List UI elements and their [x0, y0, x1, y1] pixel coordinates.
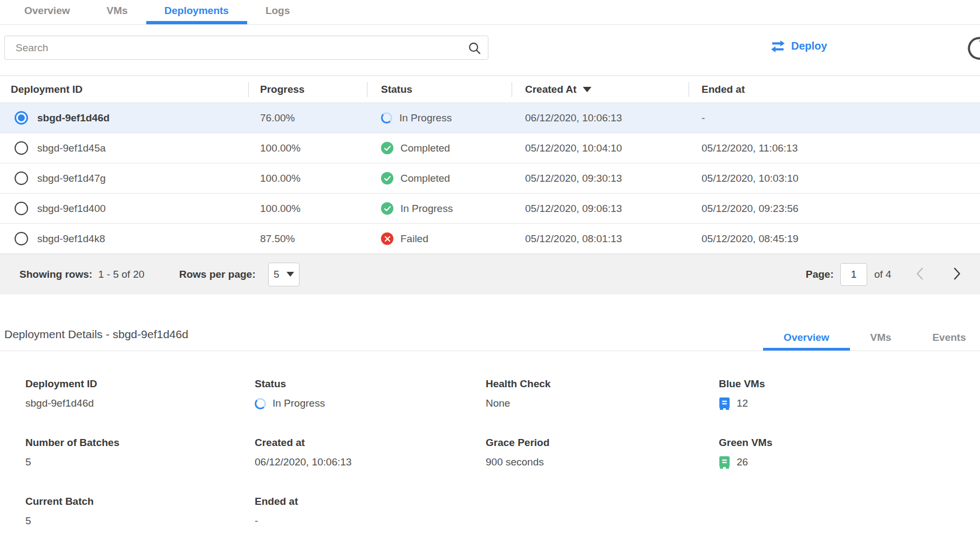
details-tab-bar: Overview VMs Events [763, 327, 980, 351]
field-value: - [255, 515, 486, 527]
field-health-check: Health Check None [486, 378, 719, 410]
row-radio[interactable] [15, 202, 28, 215]
field-label: Current Batch [25, 496, 255, 507]
rows-per-page-label: Rows per page: [179, 269, 255, 280]
deployments-table: Deployment ID Progress Status Created At… [0, 76, 980, 294]
progress-cell: 100.00% [248, 142, 367, 154]
swap-arrows-icon [771, 40, 785, 52]
showing-rows-label: Showing rows: [19, 269, 92, 280]
table-row[interactable]: sbgd-9ef1d400 100.00% In Progress 05/12/… [0, 193, 980, 223]
field-label: Grace Period [486, 437, 719, 449]
top-tab-bar: Overview VMs Deployments Logs [0, 0, 980, 25]
completed-check-icon [381, 142, 393, 154]
field-value: In Progress [273, 397, 325, 409]
table-row[interactable]: sbgd-9ef1d4k8 87.50% Failed 05/12/2020, … [0, 223, 980, 253]
field-deployment-id: Deployment ID sbgd-9ef1d46d [25, 378, 255, 410]
field-label: Health Check [486, 378, 719, 390]
field-label: Deployment ID [25, 378, 255, 390]
page-label: Page: [806, 269, 834, 280]
field-value: 06/12/2020, 10:06:13 [255, 456, 486, 469]
progress-cell: 87.50% [248, 233, 367, 245]
column-header-created-at[interactable]: Created At [512, 76, 689, 102]
field-status: Status In Progress [255, 378, 486, 410]
table-header-row: Deployment ID Progress Status Created At… [0, 76, 980, 102]
column-header-ended-at[interactable]: Ended at [689, 76, 980, 102]
field-label: Number of Batches [25, 437, 255, 449]
deploy-button[interactable]: Deploy [771, 40, 827, 52]
row-radio-selected[interactable] [15, 111, 28, 125]
table-row[interactable]: sbgd-9ef1d45a 100.00% Completed 05/12/20… [0, 133, 980, 163]
status-cell: In Progress [399, 112, 452, 124]
refresh-icon[interactable] [965, 35, 980, 65]
field-grace-period: Grace Period 900 seconds [486, 437, 719, 469]
ended-at-cell: 05/12/2020, 09:23:56 [689, 203, 980, 215]
field-blue-vms: Blue VMs 12 [719, 378, 980, 410]
progress-cell: 76.00% [248, 112, 367, 124]
field-value: 5 [25, 456, 255, 469]
next-page-button[interactable] [951, 265, 963, 283]
field-label: Status [255, 378, 486, 390]
sort-descending-icon[interactable] [583, 87, 591, 92]
field-value: sbgd-9ef1d46d [25, 397, 255, 410]
ended-at-cell: 05/12/2020, 08:45:19 [689, 233, 980, 245]
ended-at-cell: 05/12/2020, 11:06:13 [689, 142, 980, 154]
field-created-at: Created at 06/12/2020, 10:06:13 [255, 437, 486, 469]
field-value: None [486, 397, 719, 410]
details-tab-events[interactable]: Events [912, 327, 980, 351]
deployment-details-title: Deployment Details - sbgd-9ef1d46d [4, 328, 188, 341]
field-label: Green VMs [719, 437, 980, 449]
table-pagination-footer: Showing rows: 1 - 5 of 20 Rows per page:… [0, 253, 980, 294]
field-number-of-batches: Number of Batches 5 [25, 437, 255, 469]
field-value: 5 [25, 515, 255, 527]
deployments-page: Overview VMs Deployments Logs Deploy Dep… [0, 0, 980, 535]
blue-vm-icon [719, 397, 730, 410]
tab-logs[interactable]: Logs [247, 0, 308, 24]
field-green-vms: Green VMs 26 [719, 437, 980, 469]
field-ended-at: Ended at - [255, 496, 486, 527]
row-radio[interactable] [15, 172, 28, 185]
column-header-status[interactable]: Status [367, 76, 512, 102]
status-cell: Completed [400, 173, 450, 184]
deployment-id-cell: sbgd-9ef1d400 [37, 203, 106, 215]
created-at-cell: 05/12/2020, 10:04:10 [512, 142, 689, 154]
rows-per-page-value: 5 [274, 269, 280, 280]
column-header-created-at-label: Created At [525, 84, 576, 95]
showing-rows-value: 1 - 5 of 20 [98, 269, 145, 280]
created-at-cell: 05/12/2020, 08:01:13 [512, 233, 689, 245]
ended-at-cell: - [689, 112, 980, 124]
field-value: 12 [737, 397, 748, 409]
rows-per-page-select[interactable]: 5 [268, 263, 300, 286]
tab-vms[interactable]: VMs [89, 0, 146, 24]
deployment-id-cell: sbgd-9ef1d4k8 [37, 233, 105, 245]
field-label: Ended at [255, 496, 486, 507]
row-radio[interactable] [15, 232, 28, 245]
created-at-cell: 06/12/2020, 10:06:13 [512, 112, 689, 124]
deploy-button-label: Deploy [791, 40, 827, 52]
ended-at-cell: 05/12/2020, 10:03:10 [689, 173, 980, 184]
field-value: 26 [737, 456, 748, 468]
field-current-batch: Current Batch 5 [25, 496, 255, 527]
deployment-id-cell: sbgd-9ef1d46d [37, 112, 110, 124]
table-row[interactable]: sbgd-9ef1d47g 100.00% Completed 05/12/20… [0, 163, 980, 193]
column-header-progress[interactable]: Progress [248, 76, 367, 102]
deployment-id-cell: sbgd-9ef1d47g [37, 173, 106, 184]
table-row[interactable]: sbgd-9ef1d46d 76.00% In Progress 06/12/2… [0, 102, 980, 133]
details-tab-overview[interactable]: Overview [763, 327, 850, 351]
row-radio[interactable] [15, 141, 28, 155]
failed-x-icon [381, 232, 393, 245]
details-overview-grid: Deployment ID sbgd-9ef1d46d Status In Pr… [25, 378, 980, 527]
created-at-cell: 05/12/2020, 09:30:13 [512, 173, 689, 184]
column-header-deployment-id[interactable]: Deployment ID [0, 76, 248, 102]
field-label: Blue VMs [719, 378, 980, 390]
completed-check-icon [381, 172, 393, 184]
tab-deployments[interactable]: Deployments [146, 0, 247, 24]
search-input[interactable] [4, 36, 488, 60]
tab-overview[interactable]: Overview [6, 0, 89, 24]
chevron-down-icon [287, 272, 294, 277]
details-tab-vms[interactable]: VMs [850, 327, 912, 351]
page-number-input[interactable] [840, 263, 867, 286]
previous-page-button[interactable] [914, 265, 925, 283]
deployment-id-cell: sbgd-9ef1d45a [37, 142, 106, 154]
status-cell: Failed [400, 233, 428, 245]
in-progress-spinner-icon [381, 112, 392, 124]
